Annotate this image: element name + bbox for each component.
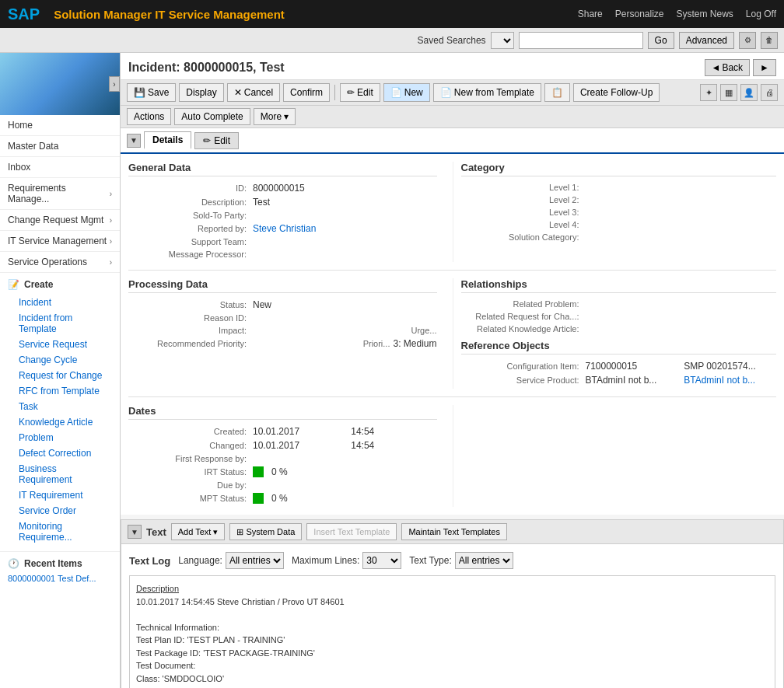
back-arrow-icon: ◄	[712, 62, 721, 73]
sidebar-create-change-cycle[interactable]: Change Cycle	[8, 352, 112, 368]
field-status: Status: New	[128, 299, 437, 310]
system-data-icon: ⊞	[236, 527, 243, 537]
urgency-label: Urge...	[411, 326, 436, 335]
sidebar-nav-label: Requirements Manage...	[8, 183, 110, 204]
category-section: Category Level 1: Level 2: Level 3:	[453, 162, 777, 262]
search-input[interactable]	[519, 32, 643, 49]
field-config-val1: 7100000015	[586, 361, 678, 372]
sidebar-create-defect[interactable]: Defect Correction	[8, 445, 112, 461]
content-area: Incident: 8000000015, Test ◄ Back ► 💾 Sa…	[121, 53, 784, 688]
text-section-label: Text	[146, 526, 166, 538]
field-level4: Level 4:	[461, 220, 777, 229]
description-link[interactable]: Description	[136, 584, 179, 593]
field-desc-label: Description:	[128, 197, 253, 207]
system-news-link[interactable]: System News	[677, 9, 733, 19]
sidebar-nav-item-it-service[interactable]: IT Service Management ›	[0, 231, 120, 252]
field-reported-label: Reported by:	[128, 224, 253, 233]
sidebar-collapse-arrow[interactable]: ›	[109, 76, 120, 92]
maintain-text-label: Maintain Text Templates	[408, 527, 500, 536]
field-rel-prob-label: Related Problem:	[461, 299, 586, 309]
toolbar-icon-print[interactable]: 🖨	[761, 84, 778, 101]
max-lines-select[interactable]: 30	[362, 552, 401, 569]
maintain-text-templates-button[interactable]: Maintain Text Templates	[401, 523, 507, 540]
sidebar-create-knowledge[interactable]: Knowledge Article	[8, 414, 112, 430]
search-settings-icon[interactable]: ⚙	[739, 32, 756, 49]
field-impact: Impact: Urge...	[128, 326, 437, 335]
sidebar-nav-item-service-ops[interactable]: Service Operations ›	[0, 252, 120, 273]
detail-tabs: ▼ Details ✏ Edit	[121, 128, 784, 154]
go-button[interactable]: Go	[648, 32, 674, 49]
add-text-button[interactable]: Add Text ▾	[171, 523, 226, 540]
log-technical: Technical Information:	[136, 621, 768, 634]
field-svc-prod-val2[interactable]: BTAdminI not b...	[684, 375, 776, 386]
sidebar-create-service-request[interactable]: Service Request	[8, 337, 112, 352]
detail-content: General Data ID: 8000000015 Description:…	[121, 154, 784, 515]
toolbar-icon-list[interactable]: ▦	[720, 84, 737, 101]
field-level3-label: Level 3:	[461, 208, 586, 217]
insert-text-template-button[interactable]: Insert Text Template	[306, 523, 397, 540]
tab-details[interactable]: Details	[144, 131, 191, 149]
language-select[interactable]: All entries	[226, 552, 284, 569]
sidebar-create-monitoring[interactable]: Monitoring Requireme...	[8, 519, 112, 545]
main-toolbar: 💾 Save Display ✕ Cancel Confirm ✏ Edit 📄…	[121, 80, 784, 106]
copy-button[interactable]: 📋	[544, 83, 570, 102]
system-data-button[interactable]: ⊞ System Data	[229, 523, 302, 540]
sidebar-recent-item[interactable]: 8000000001 Test Def...	[8, 572, 112, 585]
add-text-arrow-icon: ▾	[213, 527, 218, 537]
actions-button[interactable]: Actions	[127, 108, 171, 125]
sidebar-nav-item-change-request[interactable]: Change Request Mgmt ›	[0, 210, 120, 231]
tab-collapse-arrow[interactable]: ▼	[127, 134, 141, 148]
sidebar-create-service-order[interactable]: Service Order	[8, 503, 112, 519]
back-button[interactable]: ◄ Back	[705, 59, 751, 76]
field-config-label: Configuration Item:	[461, 361, 586, 371]
create-followup-button[interactable]: Create Follow-Up	[573, 83, 660, 102]
search-more-icon[interactable]: 🗑	[761, 32, 778, 49]
sidebar-create-incident[interactable]: Incident	[8, 295, 112, 310]
confirm-button[interactable]: Confirm	[283, 83, 330, 102]
sidebar-create-problem[interactable]: Problem	[8, 430, 112, 445]
field-related-request: Related Request for Cha...:	[461, 312, 777, 321]
sidebar-create-rfc-template[interactable]: RFC from Template	[8, 383, 112, 399]
log-off-link[interactable]: Log Off	[746, 9, 776, 19]
sidebar-nav-item-inbox[interactable]: Inbox	[0, 157, 120, 178]
more-button[interactable]: More ▾	[254, 108, 296, 125]
text-panel-collapse[interactable]: ▼	[128, 525, 142, 539]
sidebar-nav-item-requirements[interactable]: Requirements Manage... ›	[0, 178, 120, 210]
dates-right-spacer	[453, 405, 777, 507]
sidebar-create-business-req[interactable]: Business Requirement	[8, 461, 112, 487]
sidebar-create-task[interactable]: Task	[8, 399, 112, 414]
new-button[interactable]: 📄 New	[383, 83, 430, 102]
toolbar-icon-user[interactable]: 👤	[740, 84, 758, 101]
new-from-template-button[interactable]: 📄 New from Template	[433, 83, 541, 102]
save-icon: 💾	[134, 87, 145, 98]
sidebar-nav-item-home[interactable]: Home	[0, 115, 120, 136]
cancel-button[interactable]: ✕ Cancel	[227, 83, 280, 102]
advanced-button[interactable]: Advanced	[679, 32, 734, 49]
field-priority: Recommended Priority: Priori... 3: Mediu…	[128, 338, 437, 349]
irt-percent: 0 %	[271, 466, 288, 477]
page-title: Incident: 8000000015, Test	[128, 61, 285, 75]
create-icon: 📝	[8, 279, 19, 290]
sidebar-create-incident-template[interactable]: Incident from Template	[8, 310, 112, 337]
sidebar-recent-title: 🕐 Recent Items	[8, 558, 112, 569]
sidebar-create-request-change[interactable]: Request for Change	[8, 368, 112, 383]
toolbar-icon-add[interactable]: ✦	[700, 84, 717, 101]
forward-button[interactable]: ►	[753, 59, 776, 76]
app-title: Solution Manager IT Service Management	[54, 8, 285, 21]
sidebar-create-it-req[interactable]: IT Requirement	[8, 487, 112, 503]
personalize-link[interactable]: Personalize	[615, 9, 664, 19]
tab-edit[interactable]: ✏ Edit	[194, 132, 239, 149]
saved-searches-select[interactable]	[491, 32, 514, 49]
save-button[interactable]: 💾 Save	[127, 83, 176, 102]
auto-complete-button[interactable]: Auto Complete	[174, 108, 250, 125]
edit-button[interactable]: ✏ Edit	[340, 83, 380, 102]
field-created: Created: 10.01.2017 14:54	[128, 426, 437, 437]
display-button[interactable]: Display	[179, 83, 223, 102]
text-type-select[interactable]: All entries	[455, 552, 513, 569]
irt-green-indicator	[253, 466, 264, 477]
sidebar-nav-item-master-data[interactable]: Master Data	[0, 136, 120, 157]
sidebar: › Home Master Data Inbox Requirements Ma…	[0, 53, 121, 688]
share-link[interactable]: Share	[578, 9, 603, 19]
field-reported-value[interactable]: Steve Christian	[253, 223, 437, 234]
new-template-label: New from Template	[454, 87, 534, 98]
